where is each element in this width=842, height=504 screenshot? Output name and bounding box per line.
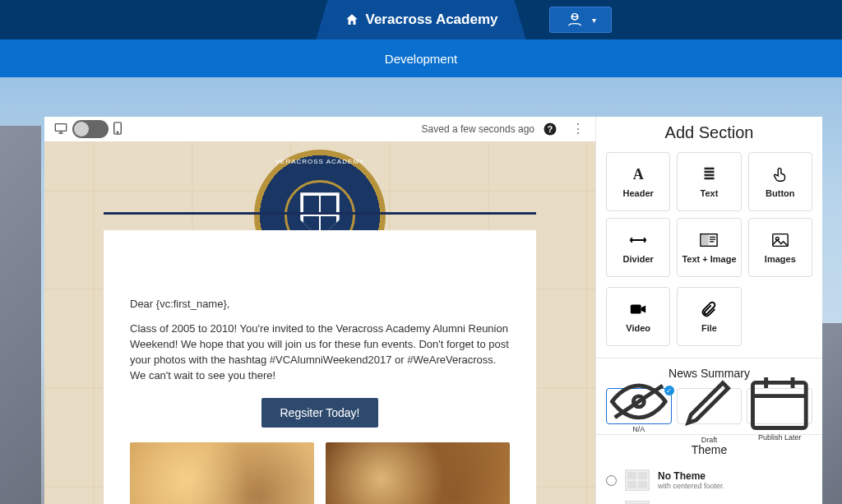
register-button[interactable]: Regsiter Today!	[261, 398, 377, 428]
news-option-label: Publish Later	[758, 433, 802, 442]
svg-point-3	[117, 132, 118, 132]
portal-logo-icon	[566, 11, 584, 29]
home-icon	[345, 12, 359, 27]
header-icon: A	[629, 165, 647, 183]
divider-icon	[629, 231, 647, 249]
text-image-icon	[700, 231, 718, 249]
calendar-icon	[747, 371, 812, 432]
letter-divider	[104, 212, 536, 215]
editor-toolbar: Saved a few seconds ago ? ⋮	[44, 117, 595, 141]
section-label: Text + Image	[682, 254, 736, 264]
section-button[interactable]: Button	[748, 152, 812, 211]
section-label: Button	[766, 188, 794, 198]
section-text-image[interactable]: Text + Image	[677, 218, 741, 277]
svg-rect-7	[702, 236, 708, 245]
theme-panel: Theme No Theme with centered footer. Def…	[596, 434, 822, 504]
editor-column: Saved a few seconds ago ? ⋮ VERACROSS AC…	[44, 117, 595, 504]
body-text: Class of 2005 to 2010! You're invited to…	[130, 321, 510, 383]
section-header[interactable]: AHeader	[606, 152, 670, 211]
mobile-view-icon[interactable]	[113, 122, 122, 137]
desktop-view-icon[interactable]	[54, 123, 67, 136]
theme-name: No Theme	[658, 470, 724, 482]
composer-panel: Saved a few seconds ago ? ⋮ VERACROSS AC…	[44, 117, 822, 504]
eye-slash-icon	[607, 379, 671, 424]
news-option-na[interactable]: ✓ N/A	[606, 388, 672, 424]
home-tab[interactable]: Veracross Academy	[317, 0, 526, 39]
video-icon	[629, 300, 647, 318]
pointer-icon	[771, 165, 789, 183]
sidebar-title: Add Section	[596, 117, 822, 152]
letter-body[interactable]: Dear {vc:first_name}, Class of 2005 to 2…	[104, 230, 536, 504]
seal-text-top: VERACROSS ACADEMY	[257, 158, 382, 165]
view-toggle[interactable]	[72, 120, 109, 138]
section-divider[interactable]: Divider	[606, 218, 670, 277]
text-icon: ≣	[700, 165, 718, 183]
section-images[interactable]: Images	[748, 218, 812, 277]
breadcrumb: Development	[385, 52, 457, 66]
section-grid: AHeader ≣Text Button Divider Text + Imag…	[596, 152, 822, 287]
section-grid-row2: Video File	[596, 287, 822, 358]
file-icon	[700, 300, 718, 318]
section-text[interactable]: ≣Text	[677, 152, 741, 211]
section-label: File	[701, 323, 717, 333]
section-label: Divider	[623, 254, 654, 264]
section-label: Images	[765, 254, 796, 264]
theme-thumb-icon	[625, 501, 650, 504]
theme-radio[interactable]	[606, 475, 617, 486]
news-option-label: N/A	[632, 425, 645, 433]
greeting-text: Dear {vc:first_name},	[130, 298, 510, 310]
theme-thumb-icon	[625, 469, 650, 491]
save-status: Saved a few seconds ago	[422, 123, 534, 135]
news-summary-panel: News Summary ✓ N/A Draft Publish Later	[596, 358, 822, 434]
draft-icon	[678, 368, 742, 435]
image-row	[130, 442, 510, 504]
svg-rect-12	[753, 382, 807, 428]
theme-sub: with centered footer.	[658, 482, 724, 490]
selected-check-icon: ✓	[664, 386, 674, 395]
news-option-draft[interactable]: Draft	[677, 388, 743, 424]
section-label: Video	[626, 323, 650, 333]
image-placeholder-food[interactable]	[326, 442, 510, 504]
news-option-label: Draft	[701, 436, 718, 444]
help-icon[interactable]: ?	[543, 122, 557, 136]
add-section-sidebar: Add Section AHeader ≣Text Button Divider…	[595, 117, 822, 504]
top-nav-bar: Veracross Academy ▾	[0, 0, 842, 39]
svg-rect-1	[55, 123, 66, 131]
breadcrumb-bar: Development	[0, 39, 842, 77]
chevron-down-icon: ▾	[592, 16, 596, 25]
section-file[interactable]: File	[677, 287, 741, 346]
images-icon	[771, 231, 789, 249]
section-video[interactable]: Video	[606, 287, 670, 346]
svg-rect-10	[631, 305, 641, 314]
email-canvas[interactable]: VERACROSS ACADEMY METHUEN, MASSACHUSETTS…	[44, 141, 595, 504]
theme-option-no-theme[interactable]: No Theme with centered footer.	[606, 465, 812, 496]
theme-option-default[interactable]: Default Theme	[606, 496, 812, 504]
section-label: Text	[701, 188, 719, 198]
org-title: Veracross Academy	[366, 12, 498, 28]
section-label: Header	[623, 188, 654, 198]
more-menu-icon[interactable]: ⋮	[571, 122, 585, 136]
portal-switcher[interactable]: ▾	[549, 7, 612, 33]
svg-text:?: ?	[548, 124, 553, 134]
image-placeholder-drinks[interactable]	[130, 442, 314, 504]
news-option-publish-later[interactable]: Publish Later	[747, 388, 812, 424]
